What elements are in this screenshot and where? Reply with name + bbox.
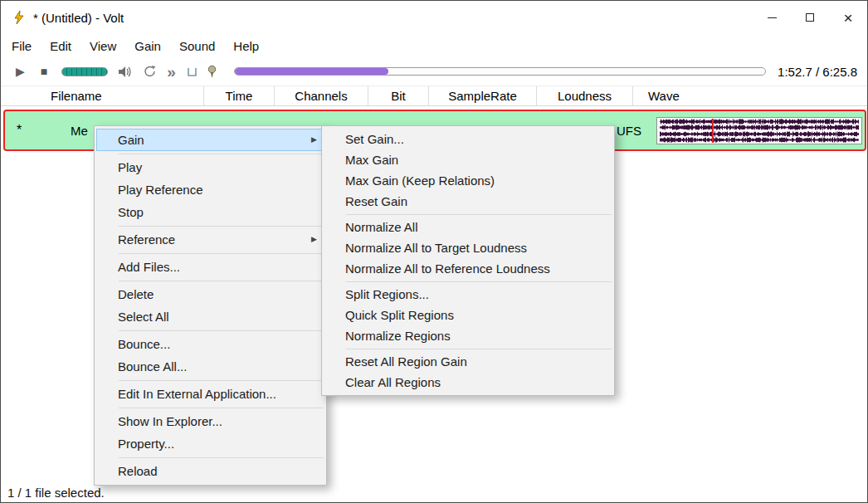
context-menu-item-show-in-explorer[interactable]: Show In Explorer... xyxy=(96,410,324,432)
close-icon: × xyxy=(843,10,852,26)
menubar-item-gain[interactable]: Gain xyxy=(125,37,170,56)
progress-bar[interactable] xyxy=(234,67,766,76)
context-menu-item-select-all[interactable]: Select All xyxy=(96,305,324,328)
menu-item-label: Reference xyxy=(118,232,175,247)
menu-separator xyxy=(119,457,324,458)
menu-separator xyxy=(119,330,324,331)
menu-separator xyxy=(346,349,612,349)
context-menu: Gain ▶ Play Play Reference Stop Referenc… xyxy=(94,125,327,486)
context-menu-item-bounce-all[interactable]: Bounce All... xyxy=(96,355,324,378)
menu-separator xyxy=(119,253,324,254)
pin-icon[interactable] xyxy=(207,65,217,79)
time-display: 1:52.7 / 6:25.8 xyxy=(778,65,857,79)
context-menu-item-edit-in-external-application[interactable]: Edit In External Application... xyxy=(96,383,324,405)
table-header: Filename Time Channels Bit SampleRate Lo… xyxy=(1,85,867,106)
submenu-arrow-icon: ▶ xyxy=(311,228,317,251)
row-filename: Me xyxy=(71,111,88,149)
submenu-item-quick-split-regions[interactable]: Quick Split Regions xyxy=(324,305,612,325)
status-text: 1 / 1 file selected. xyxy=(7,486,105,500)
menubar-item-help[interactable]: Help xyxy=(224,37,268,56)
menubar-item-view[interactable]: View xyxy=(80,37,125,56)
menu-separator xyxy=(119,380,324,381)
submenu-item-clear-all-regions[interactable]: Clear All Regions xyxy=(324,372,612,393)
column-header-loudness[interactable]: Loudness xyxy=(537,86,633,105)
submenu-item-normalize-all[interactable]: Normalize All xyxy=(324,217,612,237)
gain-submenu: Set Gain... Max Gain Max Gain (Keep Rela… xyxy=(321,125,615,396)
app-window: * (Untitled) - Volt × File Edit View Gai… xyxy=(0,0,868,503)
menu-separator xyxy=(119,154,324,154)
maximize-button[interactable] xyxy=(791,1,829,34)
column-header-time[interactable]: Time xyxy=(204,86,275,105)
context-menu-item-property[interactable]: Property... xyxy=(96,432,324,455)
column-header-samplerate[interactable]: SampleRate xyxy=(429,86,537,105)
context-menu-item-delete[interactable]: Delete xyxy=(96,283,324,305)
status-bar: 1 / 1 file selected. xyxy=(1,483,867,502)
submenu-item-split-regions[interactable]: Split Regions... xyxy=(324,284,612,305)
volume-meter[interactable] xyxy=(61,67,108,76)
menu-separator xyxy=(119,226,324,227)
column-header-channels[interactable]: Channels xyxy=(275,86,368,105)
row-loudness-value: UFS xyxy=(617,111,641,149)
column-header-filename[interactable]: Filename xyxy=(1,86,204,105)
context-menu-item-play[interactable]: Play xyxy=(96,156,324,178)
submenu-item-normalize-regions[interactable]: Normalize Regions xyxy=(324,325,612,346)
submenu-item-max-gain-keep-relations[interactable]: Max Gain (Keep Relations) xyxy=(324,170,612,191)
speaker-icon[interactable] xyxy=(118,66,132,78)
stop-button[interactable]: ■ xyxy=(41,66,47,77)
titlebar: * (Untitled) - Volt × xyxy=(1,1,867,35)
submenu-item-reset-all-region-gain[interactable]: Reset All Region Gain xyxy=(324,351,612,372)
menu-separator xyxy=(119,408,324,408)
play-button[interactable]: ▶ xyxy=(16,66,25,77)
column-header-bit[interactable]: Bit xyxy=(368,86,429,105)
waveform-display[interactable] xyxy=(656,117,862,144)
menubar-item-sound[interactable]: Sound xyxy=(170,37,224,56)
submenu-item-reset-gain[interactable]: Reset Gain xyxy=(324,191,612,212)
row-modified-marker: * xyxy=(17,111,22,149)
context-menu-item-stop[interactable]: Stop xyxy=(96,201,324,223)
menu-separator xyxy=(346,214,612,215)
loop-icon[interactable] xyxy=(143,65,157,78)
close-button[interactable]: × xyxy=(829,1,867,34)
window-controls: × xyxy=(753,1,867,34)
context-menu-item-reload[interactable]: Reload xyxy=(96,460,324,482)
marker-bracket-icon[interactable] xyxy=(186,66,198,78)
menu-separator xyxy=(119,281,324,281)
submenu-item-normalize-all-to-target-loudness[interactable]: Normalize All to Target Loudness xyxy=(324,237,612,258)
window-title: * (Untitled) - Volt xyxy=(33,11,124,25)
minimize-button[interactable] xyxy=(753,1,791,34)
context-menu-item-bounce[interactable]: Bounce... xyxy=(96,333,324,355)
maximize-icon xyxy=(806,13,814,22)
submenu-item-set-gain[interactable]: Set Gain... xyxy=(324,129,612,149)
context-menu-item-gain[interactable]: Gain ▶ xyxy=(96,129,324,151)
context-menu-item-play-reference[interactable]: Play Reference xyxy=(96,178,324,201)
toolbar: ▶ ■ » 1:52.7 / 6:25.8 xyxy=(1,57,867,85)
context-menu-item-reference[interactable]: Reference ▶ xyxy=(96,228,324,251)
menubar: File Edit View Gain Sound Help xyxy=(1,34,867,57)
menubar-item-file[interactable]: File xyxy=(2,37,41,56)
minimize-icon xyxy=(768,17,777,18)
column-header-wave[interactable]: Wave xyxy=(633,86,867,105)
submenu-arrow-icon: ▶ xyxy=(311,129,317,151)
menu-item-label: Gain xyxy=(118,133,144,147)
submenu-item-max-gain[interactable]: Max Gain xyxy=(324,149,612,170)
app-icon xyxy=(12,10,27,25)
progress-fill xyxy=(235,68,388,75)
menubar-item-edit[interactable]: Edit xyxy=(41,37,80,56)
menu-separator xyxy=(346,281,612,282)
submenu-item-normalize-all-to-reference-loudness[interactable]: Normalize All to Reference Loudness xyxy=(324,258,612,279)
context-menu-item-add-files[interactable]: Add Files... xyxy=(96,256,324,278)
skip-icon[interactable]: » xyxy=(167,64,176,80)
waveform-canvas xyxy=(657,118,861,144)
